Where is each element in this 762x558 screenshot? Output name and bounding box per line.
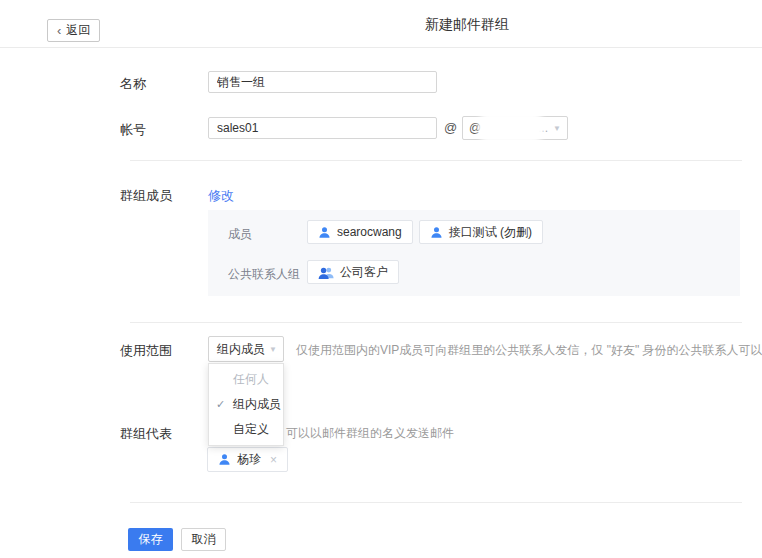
check-icon: ✓ — [216, 392, 225, 417]
representative-chip-label: 杨珍 — [237, 451, 261, 468]
scope-option-custom[interactable]: 自定义 — [209, 417, 283, 442]
person-icon — [318, 226, 331, 239]
scope-dropdown-menu: 任何人 ✓ 组内成员 自定义 — [208, 363, 284, 446]
back-label: 返回 — [66, 22, 90, 39]
scope-option-label: 任何人 — [233, 372, 269, 386]
divider — [130, 160, 742, 161]
member-chip: searocwang — [307, 220, 413, 244]
person-icon — [218, 453, 231, 466]
representative-chip: 杨珍 × — [207, 447, 288, 472]
scope-label: 使用范围 — [120, 342, 172, 360]
members-panel: 成员 searocwang 接口测试 (勿删) 公共联系人组 公司客户 — [208, 210, 740, 296]
redaction-blur — [478, 112, 544, 143]
divider — [130, 502, 742, 503]
account-label: 帐号 — [120, 121, 146, 139]
at-symbol: @ — [444, 120, 457, 135]
remove-representative-icon[interactable]: × — [270, 453, 277, 467]
members-section-label: 群组成员 — [120, 187, 172, 205]
chevron-down-icon: ▼ — [269, 346, 277, 354]
back-button[interactable]: ‹ 返回 — [47, 19, 100, 42]
scope-option-anyone[interactable]: 任何人 — [209, 367, 283, 392]
scope-select[interactable]: 组内成员 ▼ — [208, 336, 284, 362]
contact-group-chip: 公司客户 — [307, 260, 399, 284]
member-chip-label: searocwang — [337, 225, 402, 239]
scope-option-label: 自定义 — [233, 422, 269, 436]
scope-option-group-members[interactable]: ✓ 组内成员 — [209, 392, 283, 417]
name-input[interactable] — [208, 71, 437, 93]
scope-hint-text: 仅使用范围内的VIP成员可向群组里的公共联系人发信，仅 "好友" 身份的公共联系… — [296, 342, 762, 359]
name-label: 名称 — [120, 75, 146, 93]
divider — [130, 322, 742, 323]
member-chip: 接口测试 (勿删) — [419, 220, 543, 244]
members-tag-row: searocwang 接口测试 (勿删) — [307, 220, 543, 244]
scope-selected-value: 组内成员 — [217, 341, 265, 358]
member-chip-label: 接口测试 (勿删) — [449, 224, 532, 241]
save-button[interactable]: 保存 — [128, 528, 173, 551]
representative-hint-text: 可以以邮件群组的名义发送邮件 — [286, 425, 454, 442]
cancel-button[interactable]: 取消 — [181, 528, 226, 551]
account-input[interactable] — [208, 117, 437, 139]
chevron-down-icon: ▼ — [553, 125, 561, 133]
topbar: ‹ 返回 新建邮件群组 — [0, 0, 762, 48]
domain-select[interactable]: @ n... ▼ — [462, 116, 568, 140]
group-icon — [318, 266, 334, 279]
modify-members-link[interactable]: 修改 — [208, 187, 234, 205]
contacts-row-label: 公共联系人组 — [228, 266, 300, 283]
back-chevron-icon: ‹ — [57, 24, 61, 37]
page-title: 新建邮件群组 — [425, 16, 509, 34]
contact-group-chip-label: 公司客户 — [340, 264, 388, 281]
person-icon — [430, 226, 443, 239]
representative-label: 群组代表 — [120, 425, 172, 443]
members-row-label: 成员 — [228, 226, 252, 243]
scope-option-label: 组内成员 — [233, 397, 281, 411]
contacts-tag-row: 公司客户 — [307, 260, 399, 284]
